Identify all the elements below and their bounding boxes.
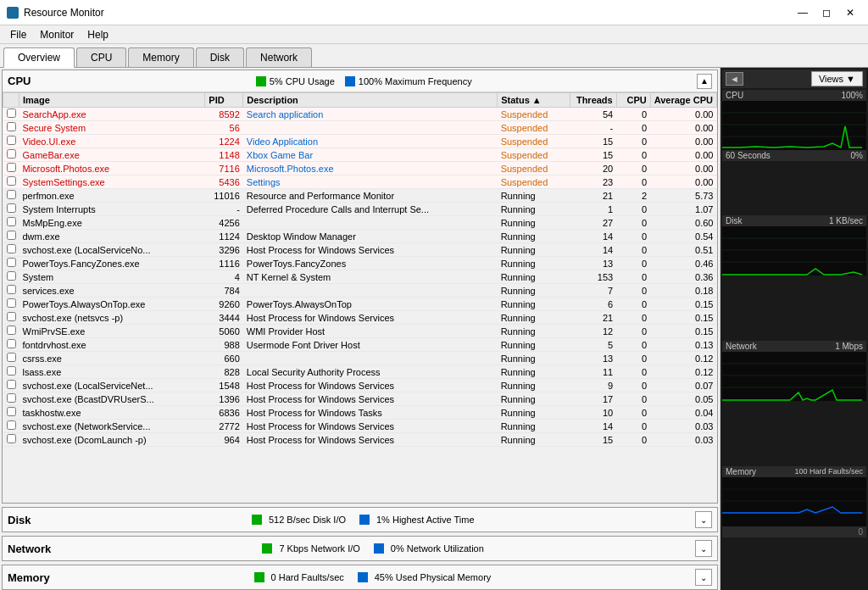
row-checkbox-cell[interactable] [3,379,19,392]
col-description[interactable]: Description [243,93,498,108]
row-checkbox-cell[interactable] [3,175,19,189]
row-checkbox[interactable] [7,149,16,159]
row-checkbox-cell[interactable] [3,270,19,284]
row-checkbox[interactable] [7,393,16,403]
row-image: MsMpEng.exe [19,216,205,230]
table-row: PowerToys.FancyZones.exe 1116 PowerToys.… [3,257,717,270]
row-checkbox[interactable] [7,217,16,226]
table-row: System 4 NT Kernel & System Running 153 … [3,270,717,284]
row-checkbox[interactable] [7,420,16,430]
right-panel: ◄ Views ▼ CPU 100% 60 Seconds [720,68,868,590]
menu-file[interactable]: File [3,27,33,42]
row-checkbox-cell[interactable] [3,311,19,325]
row-checkbox-cell[interactable] [3,189,19,203]
cpu-table: Image PID Description Status ▲ Threads C… [3,92,717,447]
row-checkbox-cell[interactable] [3,121,19,135]
row-checkbox[interactable] [7,258,16,267]
row-checkbox-cell[interactable] [3,365,19,379]
maximize-button[interactable]: ◻ [815,4,837,21]
row-checkbox[interactable] [7,231,16,240]
row-checkbox[interactable] [7,326,16,335]
row-checkbox[interactable] [7,271,16,281]
views-button[interactable]: Views ▼ [811,71,863,86]
row-threads: - [570,121,616,135]
row-checkbox[interactable] [7,353,16,362]
row-avgcpu: 0.54 [650,230,716,243]
col-check[interactable] [3,93,19,108]
memory-graph-zero: 0 [722,526,866,537]
minimize-button[interactable]: — [792,4,814,21]
row-checkbox-cell[interactable] [3,284,19,298]
cpu-graph-time-row: 60 Seconds 0% [722,150,866,161]
row-checkbox[interactable] [7,339,16,348]
table-row: lsass.exe 828 Local Security Authority P… [3,365,717,379]
row-checkbox-cell[interactable] [3,433,19,447]
row-checkbox-cell[interactable] [3,298,19,311]
row-checkbox-cell[interactable] [3,203,19,216]
col-image[interactable]: Image [19,93,205,108]
disk-graph-svg [722,226,866,276]
col-pid[interactable]: PID [205,93,243,108]
tab-disk[interactable]: Disk [196,47,244,67]
disk-collapse-button[interactable]: ⌄ [695,511,712,528]
cpu-table-container[interactable]: Image PID Description Status ▲ Threads C… [3,92,717,503]
cpu-metric-label-1: 5% CPU Usage [270,76,335,86]
row-checkbox-cell[interactable] [3,230,19,243]
row-description: Local Security Authority Process [243,365,498,379]
row-checkbox-cell[interactable] [3,108,19,121]
nav-left-button[interactable]: ◄ [726,72,743,86]
row-checkbox-cell[interactable] [3,216,19,230]
row-checkbox[interactable] [7,298,16,308]
row-checkbox-cell[interactable] [3,352,19,365]
row-checkbox[interactable] [7,285,16,294]
memory-header[interactable]: Memory 0 Hard Faults/sec 45% Used Physic… [3,565,717,589]
row-checkbox-cell[interactable] [3,162,19,175]
row-checkbox-cell[interactable] [3,406,19,420]
col-avgcpu[interactable]: Average CPU [650,93,716,108]
tab-network[interactable]: Network [246,47,312,67]
memory-collapse-button[interactable]: ⌄ [695,569,712,586]
disk-header[interactable]: Disk 512 B/sec Disk I/O 1% Highest Activ… [3,508,717,532]
row-checkbox[interactable] [7,434,16,443]
row-checkbox[interactable] [7,407,16,416]
row-checkbox[interactable] [7,176,16,186]
col-threads[interactable]: Threads [570,93,616,108]
disk-graph-label: Disk [726,216,742,225]
cpu-expand-button[interactable]: ▲ [697,74,712,89]
row-checkbox-cell[interactable] [3,243,19,257]
row-checkbox[interactable] [7,244,16,253]
row-status: Running [498,311,570,325]
close-button[interactable]: ✕ [839,4,861,21]
row-pid: - [205,203,243,216]
network-collapse-button[interactable]: ⌄ [695,540,712,557]
row-cpu: 0 [616,406,650,420]
row-checkbox-cell[interactable] [3,325,19,338]
menu-help[interactable]: Help [81,27,115,42]
table-row: System Interrupts - Deferred Procedure C… [3,203,717,216]
menu-monitor[interactable]: Monitor [33,27,81,42]
row-checkbox-cell[interactable] [3,257,19,270]
row-checkbox[interactable] [7,163,16,172]
tab-memory[interactable]: Memory [128,47,193,67]
row-avgcpu: 0.00 [650,162,716,175]
row-checkbox-cell[interactable] [3,420,19,433]
row-checkbox-cell[interactable] [3,135,19,148]
row-checkbox[interactable] [7,380,16,389]
row-checkbox-cell[interactable] [3,148,19,162]
tab-overview[interactable]: Overview [3,47,75,68]
row-description: Usermode Font Driver Host [243,338,498,352]
col-cpu[interactable]: CPU [616,93,650,108]
row-checkbox[interactable] [7,312,16,321]
row-checkbox[interactable] [7,109,16,118]
tab-cpu[interactable]: CPU [76,47,126,67]
row-checkbox[interactable] [7,122,16,131]
row-checkbox-cell[interactable] [3,392,19,406]
row-checkbox[interactable] [7,203,16,213]
network-header[interactable]: Network 7 Kbps Network I/O 0% Network Ut… [3,537,717,560]
row-checkbox[interactable] [7,136,16,145]
row-checkbox-cell[interactable] [3,338,19,352]
row-checkbox[interactable] [7,366,16,376]
row-pid: 5060 [205,325,243,338]
row-checkbox[interactable] [7,190,16,199]
col-status[interactable]: Status ▲ [498,93,570,108]
